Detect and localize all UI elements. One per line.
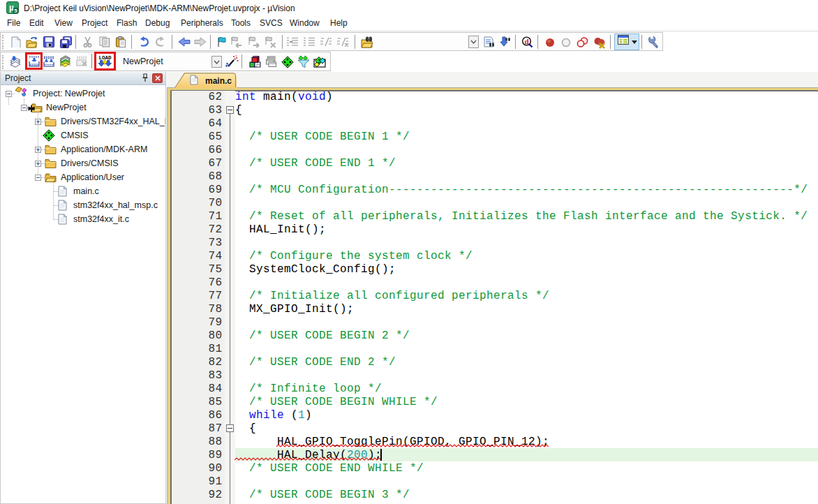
svg-text:d: d <box>524 37 528 45</box>
svg-text:5: 5 <box>14 8 17 14</box>
svg-text:µ: µ <box>9 3 14 13</box>
